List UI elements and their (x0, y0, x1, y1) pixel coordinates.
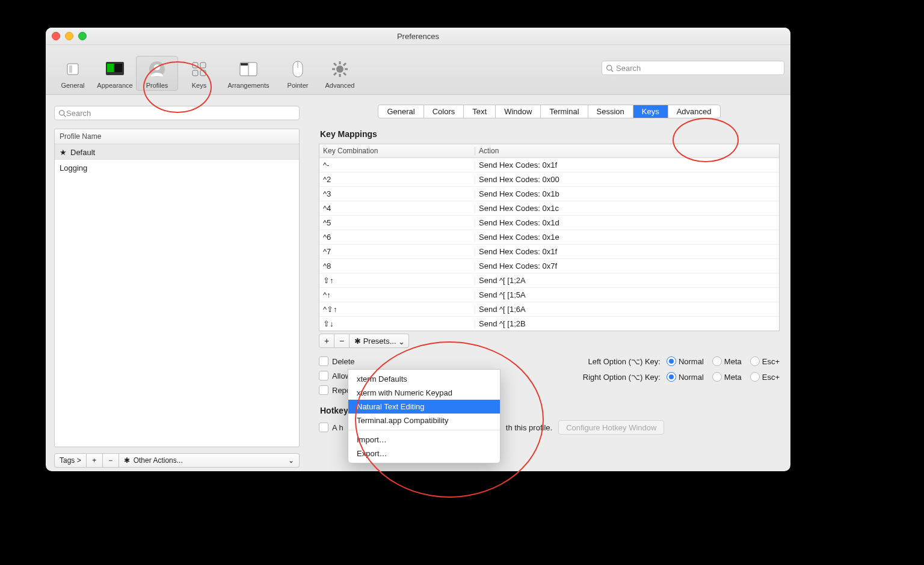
key-mapping-row[interactable]: ^6Send Hex Codes: 0x1e (319, 230, 779, 245)
radio-icon (750, 356, 760, 366)
profile-search[interactable]: Search (54, 106, 300, 120)
key-action: Send Hex Codes: 0x1f (475, 160, 779, 170)
toolbar-label: Advanced (325, 82, 355, 89)
presets-menu-item[interactable]: Terminal.app Compatibility (348, 414, 500, 427)
other-actions-button[interactable]: ✱ Other Actions... ⌄ (119, 453, 300, 468)
add-mapping-button[interactable]: + (319, 334, 334, 348)
presets-menu-item[interactable]: Import… (348, 433, 500, 447)
pointer-icon (289, 60, 307, 78)
subtab-keys[interactable]: Keys (633, 105, 668, 118)
arrangements-icon (239, 60, 257, 78)
gear-icon: ✱ (124, 456, 130, 465)
key-combination: ^4 (319, 204, 475, 213)
profile-list: Profile Name ★DefaultLogging (54, 129, 300, 447)
svg-point-27 (60, 110, 64, 115)
key-mapping-row[interactable]: ^8Send Hex Codes: 0x7f (319, 259, 779, 273)
svg-rect-9 (192, 70, 198, 76)
radio-escplus[interactable]: Esc+ (750, 372, 780, 382)
toolbar-arrangements[interactable]: Arrangements (220, 56, 277, 91)
zoom-icon[interactable] (78, 32, 87, 40)
key-action: Send Hex Codes: 0x1d (475, 218, 779, 227)
presets-button[interactable]: ✱ Presets... ⌄ (350, 334, 409, 348)
toolbar-search[interactable]: Search (602, 61, 784, 75)
key-mapping-row[interactable]: ^4Send Hex Codes: 0x1c (319, 201, 779, 216)
key-mapping-row[interactable]: ^2Send Hex Codes: 0x00 (319, 173, 779, 187)
key-action: Send Hex Codes: 0x00 (475, 175, 779, 184)
presets-menu-item[interactable]: Export… (348, 447, 500, 460)
subtab-text[interactable]: Text (464, 105, 496, 118)
key-action: Send ^[ [1;5A (475, 290, 779, 299)
configure-hotkey-button[interactable]: Configure Hotkey Window (558, 420, 664, 435)
toolbar-pointer[interactable]: Pointer (277, 56, 319, 91)
key-action: Send ^[ [1;6A (475, 305, 779, 314)
subtab-advanced[interactable]: Advanced (668, 105, 720, 118)
toolbar-keys[interactable]: Keys (178, 56, 220, 91)
profile-row[interactable]: ★Default (55, 144, 299, 160)
option-key-settings: Left Option (⌥) Key: NormalMetaEsc+ Righ… (564, 356, 780, 395)
svg-rect-13 (241, 63, 248, 66)
key-mapping-row[interactable]: ^⇧↑Send ^[ [1;6A (319, 302, 779, 317)
svg-rect-0 (67, 64, 78, 75)
presets-menu-item[interactable]: xterm with Numeric Keypad (348, 386, 500, 400)
toolbar-advanced[interactable]: Advanced (319, 56, 361, 91)
presets-menu-item[interactable]: Natural Text Editing (348, 400, 500, 414)
subtab-window[interactable]: Window (496, 105, 541, 118)
key-action: Send ^[ [1;2B (475, 319, 779, 328)
presets-menu-item[interactable]: xterm Defaults (348, 372, 500, 386)
key-mapping-row[interactable]: ⇧↓Send ^[ [1;2B (319, 317, 779, 331)
minimize-icon[interactable] (65, 32, 73, 40)
radio-meta[interactable]: Meta (712, 356, 742, 366)
left-option-row: Left Option (⌥) Key: NormalMetaEsc+ (564, 356, 780, 366)
add-profile-button[interactable]: + (87, 453, 103, 468)
radio-normal[interactable]: Normal (667, 372, 704, 382)
subtab-terminal[interactable]: Terminal (541, 105, 588, 118)
toolbar-label: General (61, 82, 84, 89)
titlebar: Preferences (46, 28, 790, 45)
hotkey-checkbox[interactable]: A h (319, 423, 343, 432)
left-option-label: Left Option (⌥) Key: (564, 357, 661, 366)
key-mapping-row[interactable]: ^↑Send ^[ [1;5A (319, 288, 779, 302)
toolbar-search-placeholder: Search (616, 64, 641, 73)
key-mapping-row[interactable]: ^7Send Hex Codes: 0x1f (319, 245, 779, 259)
toolbar-profiles[interactable]: Profiles (136, 56, 178, 91)
key-mapping-row[interactable]: ^-Send Hex Codes: 0x1f (319, 158, 779, 173)
radio-normal[interactable]: Normal (667, 356, 704, 366)
toolbar-general[interactable]: General (52, 56, 94, 91)
radio-escplus[interactable]: Esc+ (750, 356, 780, 366)
radio-label: Esc+ (762, 373, 780, 382)
key-mapping-row[interactable]: ^3Send Hex Codes: 0x1b (319, 187, 779, 201)
key-mappings-table[interactable]: Key Combination Action ^-Send Hex Codes:… (319, 144, 780, 331)
subtab-session[interactable]: Session (588, 105, 633, 118)
tags-button[interactable]: Tags > (54, 453, 87, 468)
remove-profile-button[interactable]: − (103, 453, 119, 468)
key-combination: ^3 (319, 189, 475, 198)
key-mapping-row[interactable]: ⇧↑Send ^[ [1;2A (319, 273, 779, 288)
toolbar-appearance[interactable]: Appearance (94, 56, 136, 91)
svg-rect-4 (115, 64, 122, 72)
presets-menu[interactable]: xterm Defaultsxterm with Numeric KeypadN… (348, 369, 500, 463)
toolbar-label: Arrangements (227, 82, 269, 89)
remove-mapping-button[interactable]: − (334, 334, 350, 348)
key-action: Send Hex Codes: 0x1f (475, 247, 779, 256)
svg-point-16 (336, 66, 343, 73)
subtab-general[interactable]: General (378, 105, 424, 118)
radio-icon (667, 372, 676, 382)
advanced-icon (331, 60, 349, 78)
toolbar-label: Profiles (146, 82, 168, 89)
key-mapping-row[interactable]: ^5Send Hex Codes: 0x1d (319, 216, 779, 230)
checkbox-icon (319, 385, 328, 395)
key-action: Send Hex Codes: 0x1e (475, 233, 779, 242)
other-actions-label: Other Actions... (134, 456, 183, 465)
subtab-colors[interactable]: Colors (424, 105, 464, 118)
general-icon (64, 60, 82, 78)
svg-line-28 (64, 114, 66, 116)
close-icon[interactable] (52, 32, 60, 40)
radio-meta[interactable]: Meta (712, 372, 742, 382)
delete-label: Delete (332, 357, 355, 366)
radio-icon (712, 372, 722, 382)
profile-row[interactable]: Logging (55, 160, 299, 176)
delete-checkbox[interactable]: Delete (319, 356, 356, 366)
svg-point-25 (607, 65, 612, 70)
svg-line-21 (334, 63, 336, 66)
key-combination: ^7 (319, 247, 475, 256)
